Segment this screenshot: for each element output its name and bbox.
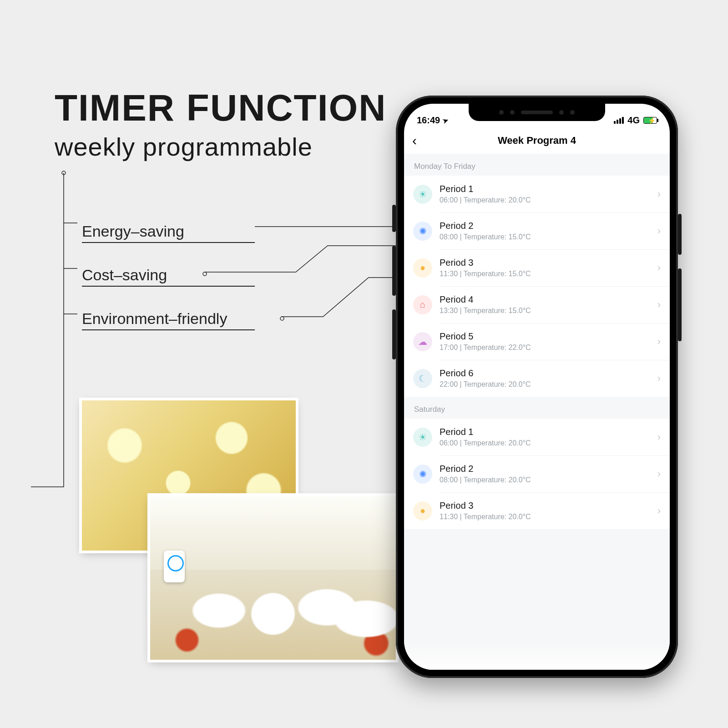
person-icon: ● bbox=[413, 258, 432, 278]
period-detail: 06:00 | Temperature: 20.0°C bbox=[440, 196, 650, 204]
nav-bar: ‹ Week Program 4 bbox=[404, 127, 670, 154]
period-detail: 11:30 | Temperature: 15.0°C bbox=[440, 270, 650, 278]
feature-energy-saving: Energy–saving bbox=[82, 222, 255, 243]
sunrise-icon: ☀ bbox=[413, 428, 432, 447]
headline-title: TIMER FUNCTION bbox=[55, 86, 386, 129]
photo-hens bbox=[150, 496, 396, 660]
period-row[interactable]: ☀Period 106:00 | Temperature: 20.0°C› bbox=[404, 419, 670, 455]
period-detail: 17:00 | Temperature: 22.0°C bbox=[440, 344, 650, 352]
period-row[interactable]: ☁Period 517:00 | Temperature: 22.0°C› bbox=[404, 323, 670, 360]
period-detail: 13:30 | Temperature: 15.0°C bbox=[440, 307, 650, 315]
page-title: Week Program 4 bbox=[498, 135, 576, 147]
network-label: 4G bbox=[627, 115, 640, 126]
chevron-right-icon: › bbox=[657, 336, 661, 348]
period-row[interactable]: ●Period 311:30 | Temperature: 15.0°C› bbox=[404, 249, 670, 286]
period-name: Period 1 bbox=[440, 184, 650, 194]
period-detail: 22:00 | Temperature: 20.0°C bbox=[440, 380, 650, 389]
period-name: Period 2 bbox=[440, 221, 650, 231]
phone-notch bbox=[469, 104, 605, 121]
chevron-right-icon: › bbox=[657, 225, 661, 237]
chevron-right-icon: › bbox=[657, 188, 661, 200]
period-detail: 11:30 | Temperature: 20.0°C bbox=[440, 513, 650, 521]
location-icon: ➤ bbox=[441, 116, 450, 125]
phone-mockup: 16:49 ➤ 4G ⚡ ‹ Week Program 4 Monday To … bbox=[396, 96, 678, 678]
section-label: Saturday bbox=[404, 397, 670, 419]
sunset-icon: ☁ bbox=[413, 332, 432, 351]
period-detail: 06:00 | Temperature: 20.0°C bbox=[440, 439, 650, 447]
headline-subtitle: weekly programmable bbox=[55, 132, 386, 162]
sunrise-icon: ☀ bbox=[413, 185, 432, 204]
period-name: Period 3 bbox=[440, 258, 650, 268]
period-row[interactable]: ✺Period 208:00 | Temperature: 15.0°C› bbox=[404, 212, 670, 249]
sun-icon: ✺ bbox=[413, 465, 432, 484]
period-name: Period 3 bbox=[440, 500, 650, 511]
battery-icon: ⚡ bbox=[643, 117, 657, 124]
home-icon: ⌂ bbox=[413, 295, 432, 314]
chevron-right-icon: › bbox=[657, 262, 661, 274]
period-name: Period 5 bbox=[440, 331, 650, 342]
period-row[interactable]: ⌂Period 413:30 | Temperature: 15.0°C› bbox=[404, 286, 670, 323]
svg-point-2 bbox=[280, 317, 284, 320]
period-row[interactable]: ☾Period 622:00 | Temperature: 20.0°C› bbox=[404, 360, 670, 397]
period-name: Period 6 bbox=[440, 368, 650, 379]
section-label: Monday To Friday bbox=[404, 154, 670, 176]
period-row[interactable]: ☀Period 106:00 | Temperature: 20.0°C› bbox=[404, 176, 670, 212]
chevron-right-icon: › bbox=[657, 373, 661, 384]
person-icon: ● bbox=[413, 501, 432, 521]
svg-point-0 bbox=[62, 171, 66, 175]
chevron-right-icon: › bbox=[657, 468, 661, 480]
period-row[interactable]: ✺Period 208:00 | Temperature: 20.0°C› bbox=[404, 455, 670, 492]
period-name: Period 4 bbox=[440, 294, 650, 305]
period-name: Period 2 bbox=[440, 464, 650, 474]
period-row[interactable]: ●Period 311:30 | Temperature: 20.0°C› bbox=[404, 492, 670, 529]
chevron-right-icon: › bbox=[657, 431, 661, 443]
thermostat-plug-icon bbox=[164, 551, 185, 582]
period-detail: 08:00 | Temperature: 20.0°C bbox=[440, 476, 650, 484]
status-time: 16:49 bbox=[417, 115, 440, 126]
chevron-right-icon: › bbox=[657, 505, 661, 517]
feature-environment-friendly: Environment–friendly bbox=[82, 310, 255, 330]
back-button[interactable]: ‹ bbox=[412, 133, 417, 148]
feature-cost-saving: Cost–saving bbox=[82, 266, 255, 287]
signal-icon bbox=[614, 117, 624, 124]
sun-icon: ✺ bbox=[413, 222, 432, 241]
chevron-right-icon: › bbox=[657, 299, 661, 311]
period-detail: 08:00 | Temperature: 15.0°C bbox=[440, 233, 650, 241]
moon-icon: ☾ bbox=[413, 369, 432, 388]
period-name: Period 1 bbox=[440, 427, 650, 437]
